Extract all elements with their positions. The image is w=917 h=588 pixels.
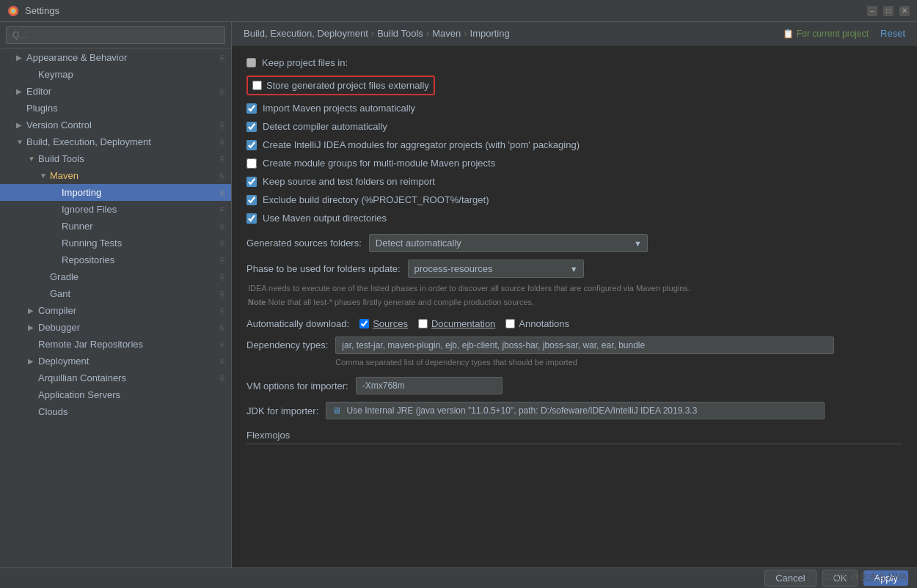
phase-select[interactable]: process-resources xyxy=(408,260,584,278)
sources-checkbox[interactable] xyxy=(359,319,369,328)
sources-checkbox-item: Sources xyxy=(359,318,408,329)
sidebar-item-label: Runner xyxy=(62,221,93,232)
note-label: Note xyxy=(248,298,268,306)
apply-button[interactable]: Apply xyxy=(863,570,908,586)
phase-hint-1: IDEA needs to execute one of the listed … xyxy=(246,282,902,295)
breadcrumb-part-2: Build Tools xyxy=(377,28,423,39)
for-current-project-label: For current project xyxy=(797,29,869,39)
import-maven-row: Import Maven projects automatically xyxy=(246,103,902,114)
annotations-checkbox[interactable] xyxy=(505,319,515,328)
sidebar-item-deployment[interactable]: Deployment ⎘ xyxy=(0,353,231,370)
create-groups-label: Create module groups for multi-module Ma… xyxy=(263,158,495,169)
detect-compiler-row: Detect compiler automatically xyxy=(246,121,902,132)
sidebar-item-plugins[interactable]: Plugins xyxy=(0,100,231,117)
sidebar-item-maven[interactable]: Maven ⎘ xyxy=(0,167,231,184)
vm-options-input[interactable] xyxy=(356,377,503,394)
breadcrumb-bar: Build, Execution, Deployment › Build Too… xyxy=(232,22,917,45)
annotations-label: Annotations xyxy=(519,318,569,329)
dep-types-input[interactable] xyxy=(335,337,834,354)
breadcrumb: Build, Execution, Deployment › Build Too… xyxy=(244,28,783,39)
sidebar-item-label: Running Tests xyxy=(62,238,122,249)
jdk-text: Use Internal JRE (java version "11.0.5+1… xyxy=(347,405,698,416)
reset-button[interactable]: Reset xyxy=(880,28,905,39)
flexmojos-section: Flexmojos xyxy=(246,430,902,444)
keep-source-label: Keep source and test folders on reimport xyxy=(263,176,435,187)
sidebar-item-label: Build, Execution, Deployment xyxy=(26,136,151,147)
arrow-icon xyxy=(40,172,50,180)
breadcrumb-sep-1: › xyxy=(371,28,374,39)
arrow-icon xyxy=(16,138,26,146)
sidebar-item-running-tests[interactable]: Running Tests ⎘ xyxy=(0,235,231,251)
sidebar-item-label: Clouds xyxy=(38,406,67,417)
documentation-checkbox[interactable] xyxy=(418,319,428,328)
sidebar-item-build-tools[interactable]: Build Tools ⎘ xyxy=(0,150,231,167)
sidebar-item-gradle[interactable]: Gradle ⎘ xyxy=(0,268,231,285)
create-groups-checkbox[interactable] xyxy=(246,158,257,169)
sidebar-item-gant[interactable]: Gant ⎘ xyxy=(0,285,231,302)
keep-project-checkbox[interactable] xyxy=(246,58,256,67)
sidebar-item-label: Build Tools xyxy=(38,153,84,164)
minimize-button[interactable]: – xyxy=(867,6,877,16)
bottom-bar: Cancel OK Apply xyxy=(0,567,917,588)
use-maven-checkbox[interactable] xyxy=(246,213,257,224)
sidebar-item-arquillian[interactable]: Arquillian Containers ⎘ xyxy=(0,370,231,386)
copy-icon: ⎘ xyxy=(220,357,225,366)
exclude-build-checkbox[interactable] xyxy=(246,195,257,205)
phase-label: Phase to be used for folders update: xyxy=(246,263,401,274)
sidebar-item-label: Debugger xyxy=(38,322,80,333)
sidebar-item-remote-jar[interactable]: Remote Jar Repositories ⎘ xyxy=(0,336,231,353)
sidebar-item-repositories[interactable]: Repositories ⎘ xyxy=(0,251,231,268)
search-input[interactable] xyxy=(6,26,225,44)
create-module-groups-row: Create module groups for multi-module Ma… xyxy=(246,158,902,169)
copy-icon: ⎘ xyxy=(220,172,225,180)
generated-sources-dropdown-wrapper: Detect automatically ▼ xyxy=(369,234,648,252)
copy-icon: ⎘ xyxy=(220,323,225,332)
auto-download-label: Automatically download: xyxy=(246,318,349,329)
jdk-value[interactable]: 🖥 Use Internal JRE (java version "11.0.5… xyxy=(326,402,825,419)
create-intellij-checkbox[interactable] xyxy=(246,140,257,150)
sidebar-item-version-control[interactable]: Version Control ⎘ xyxy=(0,117,231,133)
keep-project-label: Keep project files in: xyxy=(262,57,348,68)
maximize-button[interactable]: □ xyxy=(883,6,894,16)
arrow-icon xyxy=(16,87,26,95)
store-generated-row: Store generated project files externally xyxy=(246,76,435,95)
sidebar-item-runner[interactable]: Runner ⎘ xyxy=(0,218,231,235)
sidebar-item-importing[interactable]: Importing ⎘ xyxy=(0,184,231,201)
copy-icon: ⎘ xyxy=(220,306,225,315)
sidebar-item-appearance[interactable]: Appearance & Behavior ⎘ xyxy=(0,49,231,66)
arrow-icon xyxy=(28,155,38,163)
auto-download-row: Automatically download: Sources Document… xyxy=(246,318,902,329)
dep-types-row: Dependency types: Comma separated list o… xyxy=(246,337,902,367)
cancel-button[interactable]: Cancel xyxy=(764,570,816,587)
sidebar-item-build-exec[interactable]: Build, Execution, Deployment ⎘ xyxy=(0,133,231,150)
sidebar-item-compiler[interactable]: Compiler ⎘ xyxy=(0,302,231,319)
sidebar-item-label: Gradle xyxy=(50,271,78,282)
copy-icon: ⎘ xyxy=(220,188,225,197)
sidebar-item-clouds[interactable]: Clouds xyxy=(0,403,231,420)
copy-icon: ⎘ xyxy=(220,340,225,349)
sidebar-item-editor[interactable]: Editor ⎘ xyxy=(0,83,231,100)
import-maven-checkbox[interactable] xyxy=(246,103,257,114)
sidebar-item-label: Gant xyxy=(50,288,70,299)
sidebar-item-debugger[interactable]: Debugger ⎘ xyxy=(0,319,231,336)
exclude-build-row: Exclude build directory (%PROJECT_ROOT%/… xyxy=(246,194,902,205)
sidebar-item-ignored-files[interactable]: Ignored Files ⎘ xyxy=(0,201,231,218)
sidebar-item-label: Deployment xyxy=(38,356,89,367)
generated-sources-select[interactable]: Detect automatically xyxy=(369,234,648,252)
breadcrumb-sep-3: › xyxy=(464,28,467,39)
sidebar-item-keymap[interactable]: Keymap xyxy=(0,66,231,83)
keep-source-checkbox[interactable] xyxy=(246,177,257,187)
close-button[interactable]: ✕ xyxy=(899,6,910,16)
ok-button[interactable]: OK xyxy=(822,570,858,587)
arrow-icon xyxy=(28,323,38,331)
generated-sources-row: Generated sources folders: Detect automa… xyxy=(246,234,902,252)
vm-options-label: VM options for importer: xyxy=(246,381,348,392)
sidebar: Appearance & Behavior ⎘ Keymap Editor ⎘ … xyxy=(0,22,232,567)
copy-icon: ⎘ xyxy=(220,239,225,248)
copy-icon: ⎘ xyxy=(220,205,225,214)
store-generated-label: Store generated project files externally xyxy=(266,80,429,91)
detect-compiler-checkbox[interactable] xyxy=(246,122,257,132)
sidebar-item-app-servers[interactable]: Application Servers xyxy=(0,386,231,403)
copy-icon: ⎘ xyxy=(220,273,225,282)
store-generated-checkbox[interactable] xyxy=(252,81,262,90)
